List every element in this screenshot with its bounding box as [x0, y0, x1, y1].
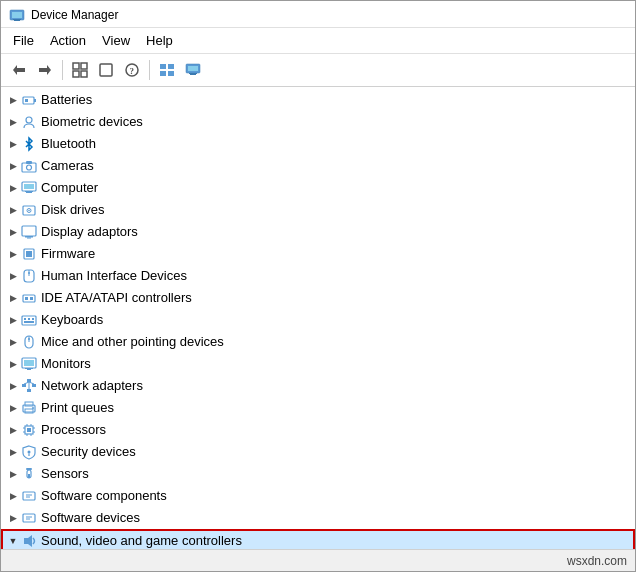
tree-item-print[interactable]: ▶ Print queues: [1, 397, 635, 419]
keyboards-label: Keyboards: [41, 310, 103, 330]
toolbar: ?: [1, 54, 635, 87]
tree-item-software-components[interactable]: ▶ Software components: [1, 485, 635, 507]
back-button[interactable]: [7, 58, 31, 82]
mice-icon: [21, 334, 37, 350]
keyboard-icon: [21, 312, 37, 328]
tree-item-keyboards[interactable]: ▶ Keyboards: [1, 309, 635, 331]
expand-arrow-hid: ▶: [5, 268, 21, 284]
tree-item-network[interactable]: ▶ Network adapters: [1, 375, 635, 397]
tree-item-bluetooth[interactable]: ▶ Bluetooth: [1, 133, 635, 155]
forward-button[interactable]: [33, 58, 57, 82]
tree-item-ide[interactable]: ▶ IDE ATA/ATAPI controllers: [1, 287, 635, 309]
help-button[interactable]: ?: [120, 58, 144, 82]
expand-arrow-security: ▶: [5, 444, 21, 460]
monitors-icon: [21, 356, 37, 372]
svg-rect-15: [160, 64, 166, 69]
tree-item-disk[interactable]: ▶ Disk drives: [1, 199, 635, 221]
tree-item-monitors[interactable]: ▶ Monitors: [1, 353, 635, 375]
svg-marker-4: [13, 65, 17, 75]
hid-icon: [21, 268, 37, 284]
security-label: Security devices: [41, 442, 136, 462]
security-icon: [21, 444, 37, 460]
svg-rect-54: [32, 321, 34, 323]
tree-item-sensors[interactable]: ▶ Sensors: [1, 463, 635, 485]
ide-icon: [21, 290, 37, 306]
svg-rect-33: [26, 192, 32, 193]
menu-action[interactable]: Action: [42, 30, 94, 51]
svg-point-57: [28, 338, 30, 340]
window-title: Device Manager: [31, 8, 118, 22]
svg-rect-65: [27, 389, 31, 392]
tree-item-hid[interactable]: ▶ Human Interface Devices: [1, 265, 635, 287]
expand-arrow-biometric: ▶: [5, 114, 21, 130]
sound-icon: [21, 533, 37, 549]
tree-item-firmware[interactable]: ▶ Firmware: [1, 243, 635, 265]
svg-rect-24: [34, 99, 36, 102]
svg-rect-52: [24, 321, 26, 323]
menu-view[interactable]: View: [94, 30, 138, 51]
svg-point-36: [28, 210, 30, 212]
svg-rect-51: [32, 318, 34, 320]
svg-rect-8: [73, 63, 79, 69]
menu-help[interactable]: Help: [138, 30, 181, 51]
network-icon: [21, 378, 37, 394]
svg-marker-94: [24, 535, 32, 547]
svg-rect-48: [22, 316, 36, 325]
tree-item-processors[interactable]: ▶ Processors: [1, 419, 635, 441]
svg-line-67: [29, 382, 34, 384]
view-button[interactable]: [155, 58, 179, 82]
svg-rect-87: [26, 468, 32, 470]
tree-item-batteries[interactable]: ▶ Batteries: [1, 89, 635, 111]
svg-rect-62: [27, 379, 31, 382]
svg-marker-6: [47, 65, 51, 75]
expand-arrow-batteries: ▶: [5, 92, 21, 108]
computer-button[interactable]: [181, 58, 205, 82]
svg-rect-5: [17, 68, 25, 72]
update-button[interactable]: [94, 58, 118, 82]
ide-label: IDE ATA/ATAPI controllers: [41, 288, 192, 308]
tree-item-cameras[interactable]: ▶ Cameras: [1, 155, 635, 177]
cameras-icon: [21, 158, 37, 174]
menu-bar: File Action View Help: [1, 28, 635, 54]
tree-item-display[interactable]: ▶ Display adaptors: [1, 221, 635, 243]
tree-item-computer[interactable]: ▶ Computer: [1, 177, 635, 199]
title-bar: Device Manager: [1, 1, 635, 28]
svg-rect-88: [23, 492, 35, 500]
svg-point-44: [28, 272, 30, 274]
expand-arrow-ide: ▶: [5, 290, 21, 306]
expand-arrow-disk: ▶: [5, 202, 21, 218]
svg-rect-49: [24, 318, 26, 320]
tree-item-mice[interactable]: ▶ Mice and other pointing devices: [1, 331, 635, 353]
svg-rect-23: [23, 97, 34, 104]
svg-rect-45: [23, 295, 35, 302]
menu-file[interactable]: File: [5, 30, 42, 51]
expand-arrow-processors: ▶: [5, 422, 21, 438]
svg-rect-37: [22, 226, 36, 236]
expand-arrow-software-devices: ▶: [5, 510, 21, 526]
bluetooth-icon: [21, 136, 37, 152]
svg-rect-25: [25, 99, 28, 102]
svg-rect-32: [25, 191, 33, 192]
processors-label: Processors: [41, 420, 106, 440]
sound-label: Sound, video and game controllers: [41, 531, 242, 549]
sensors-label: Sensors: [41, 464, 89, 484]
svg-rect-9: [81, 63, 87, 69]
svg-rect-10: [73, 71, 79, 77]
tree-item-security[interactable]: ▶ Security devices: [1, 441, 635, 463]
svg-rect-16: [168, 64, 174, 69]
window-icon: [9, 7, 25, 23]
svg-rect-20: [188, 66, 198, 71]
svg-point-83: [28, 451, 31, 454]
display-icon: [21, 224, 37, 240]
svg-rect-18: [168, 71, 174, 76]
device-tree[interactable]: ▶ Batteries ▶ Biometric devices: [1, 87, 635, 549]
svg-rect-21: [189, 73, 197, 74]
expand-arrow-print: ▶: [5, 400, 21, 416]
svg-rect-46: [25, 297, 28, 300]
tree-item-software-devices[interactable]: ▶ Software devices: [1, 507, 635, 529]
tree-item-biometric[interactable]: ▶ Biometric devices: [1, 111, 635, 133]
svg-rect-50: [28, 318, 30, 320]
software-devices-icon: [21, 510, 37, 526]
properties-button[interactable]: [68, 58, 92, 82]
tree-item-sound[interactable]: ▼ Sound, video and game controllers: [1, 529, 635, 549]
